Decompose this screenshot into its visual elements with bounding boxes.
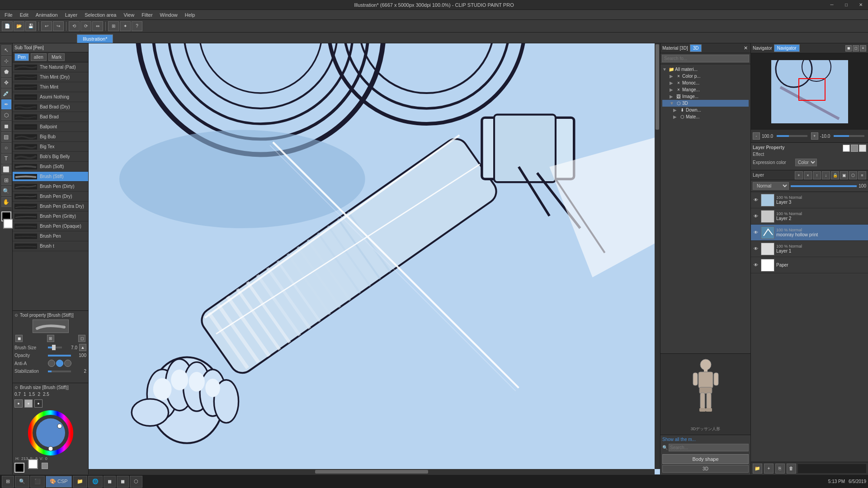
tool-lasso[interactable]: ⬟ <box>1 67 11 77</box>
color-mode-btn1[interactable]: ● <box>14 399 23 408</box>
tool-select2[interactable]: ⊹ <box>1 56 11 66</box>
taskbar-app5[interactable]: ◼ <box>117 476 129 488</box>
start-button[interactable]: ⊞ <box>2 476 14 488</box>
vscroll-thumb[interactable] <box>656 44 659 129</box>
layer-action-copy[interactable]: ⎘ <box>775 464 785 474</box>
color-picker-handle[interactable] <box>57 424 62 428</box>
layer-ctrl-3[interactable]: ↑ <box>813 171 821 179</box>
antialias-btn1[interactable] <box>48 360 55 367</box>
toolbar-save[interactable]: 💾 <box>25 21 36 31</box>
menu-selection[interactable]: Selection area <box>81 11 120 19</box>
menu-file[interactable]: File <box>1 11 16 19</box>
nav-zoom-in[interactable]: + <box>811 132 818 140</box>
close-button[interactable]: ✕ <box>854 0 868 10</box>
antialias-btn2[interactable] <box>56 360 63 367</box>
effect-circle[interactable] <box>843 145 850 152</box>
background-color[interactable] <box>3 219 13 229</box>
material-tab-3d[interactable]: 3D <box>690 44 702 52</box>
layer-vis-layer1[interactable]: 👁 <box>753 246 759 252</box>
taskbar-explorer[interactable]: 📁 <box>73 476 87 488</box>
color-mode-btn3[interactable]: ● <box>34 399 42 408</box>
toolbar-redo[interactable]: ↪ <box>53 21 64 31</box>
nav-viewport-indicator[interactable] <box>798 78 826 101</box>
layer-vis-layer2[interactable]: 👁 <box>753 213 759 220</box>
menu-view[interactable]: View <box>120 11 138 19</box>
taskbar-chrome[interactable]: 🌐 <box>88 476 103 488</box>
layer-action-add[interactable]: + <box>764 464 774 474</box>
preset-2[interactable]: 2 <box>38 392 40 397</box>
brush-item-bigtex[interactable]: Big Tex <box>13 142 88 152</box>
tool-eyedrop[interactable]: 💉 <box>1 89 11 99</box>
layer-vis-paper[interactable]: 👁 <box>753 262 759 268</box>
brush-item-bigbub[interactable]: Big Bub <box>13 132 88 142</box>
layer-ctrl-1[interactable]: + <box>795 171 803 179</box>
nav-zoom-slider[interactable] <box>777 135 807 137</box>
nav-tab-navigator[interactable]: Navigator <box>774 44 800 52</box>
tree-item-mono[interactable]: ▶ × Monoc... <box>662 80 749 86</box>
brush-item-ballpoint[interactable]: Ballpoint <box>13 122 88 132</box>
preset-1[interactable]: 1 <box>24 392 26 397</box>
tool-zoom[interactable]: 🔍 <box>1 186 11 196</box>
layer-ctrl-2[interactable]: × <box>804 171 812 179</box>
tree-item-all[interactable]: ▼ 📁 All materi... <box>662 66 749 73</box>
nav-btn3[interactable]: ≡ <box>860 45 866 52</box>
brush-item-badbrad-dry[interactable]: Bad Brad (Dry) <box>13 102 88 112</box>
tool-select[interactable]: ↖ <box>1 45 11 55</box>
tool-guide[interactable]: ⊞ <box>1 175 11 185</box>
opacity-slider[interactable] <box>48 355 71 357</box>
effect-square2[interactable] <box>859 145 866 152</box>
stabilization-slider[interactable] <box>48 371 71 372</box>
layer-row-moonray[interactable]: 👁 100 % Normal moonray hollow print <box>751 225 868 241</box>
taskbar-search[interactable]: 🔍 <box>15 476 29 488</box>
minimize-button[interactable]: ─ <box>825 0 839 10</box>
tool-fill[interactable]: ◼ <box>1 121 11 131</box>
toolbar-grid[interactable]: ⊞ <box>108 21 119 31</box>
brush-item-natural[interactable]: The Natural (Pad) <box>13 62 88 72</box>
menu-help[interactable]: Help <box>181 11 199 19</box>
brush-tab-mark[interactable]: Mark <box>48 53 65 61</box>
toolbar-rotate-right[interactable]: ⟳ <box>80 21 91 31</box>
layer-ctrl-6[interactable]: ▣ <box>840 171 848 179</box>
menu-animation[interactable]: Animation <box>32 11 61 19</box>
tool-shape[interactable]: ○ <box>1 143 11 153</box>
nav-preview[interactable] <box>751 53 868 130</box>
taskbar-ie[interactable]: ◼ <box>104 476 116 488</box>
layer-vis-layer3[interactable]: 👁 <box>753 197 759 203</box>
nav-rotate-slider[interactable] <box>834 135 864 137</box>
brush-item-brush-soft[interactable]: Brush (Soft) <box>13 162 88 172</box>
toolbar-new[interactable]: 📄 <box>2 21 13 31</box>
layer-row-paper[interactable]: 👁 Paper <box>751 257 868 273</box>
brush-item-brushpen-extradry[interactable]: Brush Pen (Extra Dry) <box>13 202 88 211</box>
tool-move[interactable]: ✥ <box>1 78 11 88</box>
brush-item-brushpen-dry[interactable]: Brush Pen (Dry) <box>13 192 88 202</box>
tool-pen[interactable]: ✒ <box>1 99 11 109</box>
menu-filter[interactable]: Filter <box>138 11 156 19</box>
toolbar-flip[interactable]: ⇔ <box>92 21 103 31</box>
brush-property-icon3[interactable]: ◻ <box>78 335 85 342</box>
toolbar-open[interactable]: 📂 <box>14 21 24 31</box>
menu-edit[interactable]: Edit <box>16 11 32 19</box>
material-search-input[interactable] <box>662 55 749 62</box>
canvas-hscroll[interactable] <box>89 469 655 474</box>
tool-text[interactable]: T <box>1 154 11 164</box>
toolbar-snap[interactable]: ✦ <box>120 21 131 31</box>
brush-tab-allen[interactable]: allen <box>31 53 47 61</box>
layer-row-layer3[interactable]: 👁 100 % Normal Layer 3 <box>751 192 868 208</box>
brush-item-asumi[interactable]: Asumi Nothing <box>13 92 88 102</box>
layer-row-layer1[interactable]: 👁 100 % Normal Layer 1 <box>751 241 868 257</box>
taskbar-taskview[interactable]: ⬛ <box>30 476 45 488</box>
canvas-area[interactable] <box>89 43 660 474</box>
opacity-slider-layer[interactable] <box>791 185 857 187</box>
layer-ctrl-7[interactable]: ⬡ <box>849 171 857 179</box>
layer-ctrl-4[interactable]: ↓ <box>822 171 830 179</box>
maximize-button[interactable]: □ <box>839 0 854 10</box>
layer-ctrl-5[interactable]: 🔒 <box>831 171 839 179</box>
tree-item-manga[interactable]: ▶ × Mange... <box>662 86 749 93</box>
tree-item-3d[interactable]: ▼ ⬡ 3D <box>662 100 749 107</box>
hue-picker-handle[interactable] <box>48 446 53 451</box>
taskbar-app6[interactable]: ⬡ <box>130 476 142 488</box>
body-shape-3d[interactable]: 3D <box>662 465 749 473</box>
fg-color-swatch[interactable] <box>14 463 24 473</box>
toolbar-undo[interactable]: ↩ <box>41 21 52 31</box>
expression-color-select[interactable]: Color <box>795 159 817 166</box>
